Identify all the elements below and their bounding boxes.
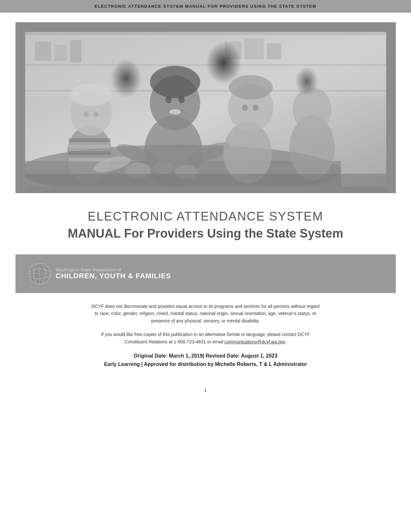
- svg-point-40: [175, 165, 198, 179]
- disclaimer-section: DCYF does not discriminate and provides …: [15, 293, 396, 378]
- dcyf-text-block: Washington State Department of CHILDREN,…: [56, 267, 171, 280]
- svg-rect-41: [25, 174, 386, 187]
- cover-image-wrapper: [15, 22, 396, 193]
- svg-rect-4: [25, 90, 386, 92]
- svg-point-30: [185, 138, 232, 167]
- svg-rect-1: [25, 32, 386, 96]
- page-number: 1: [15, 388, 396, 393]
- svg-point-31: [223, 122, 272, 183]
- svg-point-38: [125, 163, 151, 179]
- header-bar-text: ELECTRONIC ATTENDANCE SYSTEM MANUAL FOR …: [95, 4, 317, 9]
- svg-point-13: [67, 125, 112, 183]
- cover-photo: [25, 32, 386, 187]
- svg-point-37: [293, 87, 331, 131]
- discrimination-notice: DCYF does not discriminate and provides …: [41, 303, 370, 324]
- free-copies-notice: If you would like free copies of this pu…: [41, 331, 370, 345]
- globe-icon: [28, 262, 51, 285]
- svg-rect-8: [225, 42, 241, 59]
- svg-rect-15: [69, 145, 111, 149]
- svg-rect-14: [69, 138, 111, 142]
- dcyf-dept-name: CHILDREN, YOUTH & FAMILIES: [56, 272, 171, 280]
- dcyf-block: Washington State Department of CHILDREN,…: [15, 254, 396, 293]
- header-bar: ELECTRONIC ATTENDANCE SYSTEM MANUAL FOR …: [0, 0, 411, 13]
- svg-point-39: [154, 161, 173, 174]
- svg-point-27: [165, 96, 172, 103]
- svg-point-36: [289, 116, 335, 180]
- svg-point-24: [150, 75, 200, 130]
- svg-point-20: [84, 111, 89, 117]
- title-line1: ELECTRONIC ATTENDANCE SYSTEM: [35, 209, 377, 224]
- svg-rect-9: [244, 38, 264, 59]
- photo-scene: [25, 32, 386, 187]
- svg-point-22: [92, 153, 132, 175]
- title-section: ELECTRONIC ATTENDANCE SYSTEM MANUAL For …: [15, 209, 396, 241]
- svg-point-32: [228, 84, 273, 132]
- svg-rect-7: [70, 40, 82, 63]
- svg-rect-6: [54, 45, 67, 61]
- cover-bottom-bar: [25, 187, 386, 193]
- svg-point-33: [229, 75, 273, 100]
- email-link[interactable]: communications@dcyf.wa.gov: [224, 339, 285, 344]
- svg-point-11: [25, 145, 341, 187]
- svg-point-21: [93, 111, 99, 117]
- svg-point-23: [144, 116, 202, 187]
- dates-text: Original Date: March 1, 2019| Revised Da…: [41, 352, 370, 368]
- svg-rect-0: [25, 32, 386, 187]
- svg-rect-16: [69, 151, 111, 155]
- svg-point-28: [178, 96, 185, 103]
- svg-rect-2: [25, 32, 386, 35]
- dcyf-logo-area: Washington State Department of CHILDREN,…: [28, 262, 171, 285]
- svg-rect-12: [25, 161, 341, 187]
- dcyf-top-text: Washington State Department of: [56, 267, 171, 272]
- svg-rect-5: [35, 42, 51, 61]
- svg-rect-17: [69, 158, 111, 162]
- svg-point-26: [169, 109, 181, 114]
- svg-point-25: [150, 66, 200, 98]
- svg-point-34: [242, 104, 248, 111]
- svg-point-35: [253, 104, 259, 111]
- svg-point-19: [70, 84, 112, 106]
- title-line2: MANUAL For Providers Using the State Sys…: [35, 226, 377, 241]
- svg-point-29: [114, 140, 161, 169]
- svg-point-18: [70, 89, 112, 136]
- svg-rect-10: [267, 43, 281, 59]
- svg-rect-3: [25, 64, 386, 66]
